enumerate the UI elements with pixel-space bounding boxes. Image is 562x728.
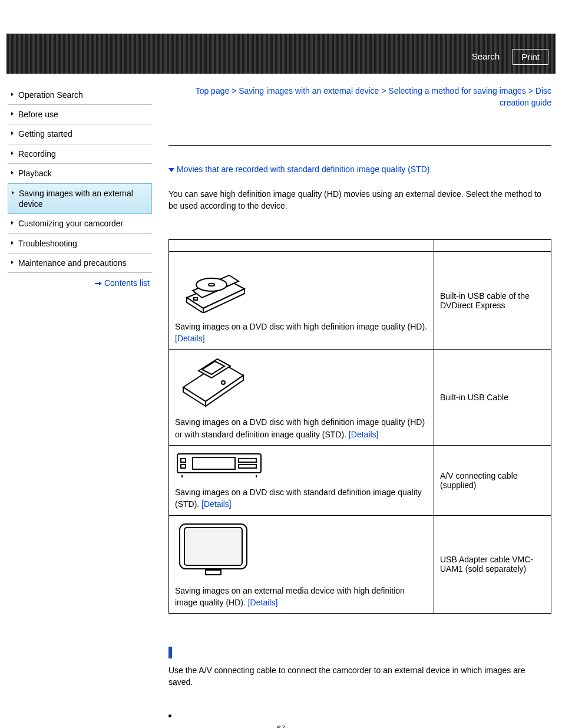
cable-cell: Built-in USB cable of the DVDirect Expre…: [434, 251, 551, 350]
page-number: 67: [0, 722, 562, 728]
svg-rect-15: [206, 570, 221, 575]
device-cell: Saving images on a DVD disc with standar…: [169, 445, 434, 515]
header-band: Search Print: [6, 34, 556, 74]
svg-rect-3: [194, 298, 197, 300]
device-illustration: [175, 450, 428, 480]
svg-rect-7: [181, 459, 186, 462]
jump-link-row: Movies that are recorded with standard d…: [168, 164, 551, 174]
search-button[interactable]: Search: [464, 49, 508, 65]
cable-cell: Built-in USB Cable: [434, 350, 551, 446]
svg-point-4: [222, 381, 225, 384]
sidebar-item[interactable]: Saving images with an external device: [8, 183, 152, 214]
breadcrumb: Top page > Saving images with an externa…: [168, 85, 551, 108]
svg-rect-14: [184, 528, 242, 565]
device-illustration: [175, 256, 428, 315]
sidebar-item[interactable]: Getting started: [8, 124, 152, 144]
sidebar-item[interactable]: Maintenance and precautions: [8, 253, 152, 273]
main-content: Top page > Saving images with an externa…: [168, 85, 551, 722]
intro-paragraph: You can save high definition image quali…: [168, 188, 551, 212]
separator: [168, 145, 551, 146]
svg-rect-10: [239, 465, 256, 468]
device-illustration: [175, 521, 428, 579]
device-cell: Saving images on a DVD disc with high de…: [169, 251, 434, 350]
sidebar-item[interactable]: Playback: [8, 164, 152, 183]
breadcrumb-link[interactable]: Selecting a method for saving images: [388, 86, 525, 95]
arrow-right-icon: [95, 278, 102, 288]
device-table: Saving images on a DVD disc with high de…: [168, 239, 551, 614]
std-paragraph: Use the A/V connecting cable to connect …: [168, 664, 551, 689]
sidebar-item[interactable]: Customizing your camcorder: [8, 214, 152, 233]
jump-link[interactable]: Movies that are recorded with standard d…: [177, 164, 430, 174]
svg-rect-6: [193, 457, 235, 469]
section-marker: [168, 647, 172, 658]
sidebar-item[interactable]: Before use: [8, 105, 152, 124]
svg-point-2: [209, 284, 214, 286]
device-description: Saving images on a DVD disc with high de…: [175, 416, 428, 440]
svg-rect-9: [239, 459, 256, 462]
details-link[interactable]: [Details]: [201, 499, 232, 509]
table-row: Saving images on a DVD disc with high de…: [169, 251, 551, 350]
breadcrumb-link[interactable]: Top page: [196, 86, 230, 95]
sidebar-item[interactable]: Troubleshooting: [8, 234, 152, 253]
details-link[interactable]: [Details]: [349, 430, 379, 439]
device-illustration: [175, 354, 428, 410]
bullet-item: [168, 712, 551, 722]
details-link[interactable]: [Details]: [175, 334, 205, 343]
table-row: Saving images on a DVD disc with standar…: [169, 445, 551, 515]
device-description: Saving images on an external media devic…: [175, 585, 428, 609]
breadcrumb-link[interactable]: Saving images with an external device: [239, 86, 379, 95]
svg-rect-8: [181, 465, 186, 468]
details-link[interactable]: [Details]: [248, 598, 278, 607]
svg-marker-0: [95, 282, 102, 285]
sidebar-item[interactable]: Recording: [8, 144, 152, 164]
device-cell: Saving images on an external media devic…: [169, 515, 434, 614]
device-description: Saving images on a DVD disc with standar…: [175, 486, 428, 510]
sidebar-nav: Operation SearchBefore useGetting starte…: [8, 85, 152, 722]
table-row: Saving images on an external media devic…: [169, 515, 551, 614]
contents-list-link[interactable]: Contents list: [104, 278, 150, 288]
cable-cell: USB Adapter cable VMC-UAM1 (sold separat…: [434, 515, 551, 614]
triangle-down-icon: [168, 168, 174, 172]
table-row: Saving images on a DVD disc with high de…: [169, 350, 551, 446]
device-description: Saving images on a DVD disc with high de…: [175, 321, 428, 345]
cable-cell: A/V connecting cable (supplied): [434, 445, 551, 515]
print-button[interactable]: Print: [513, 49, 548, 65]
device-cell: Saving images on a DVD disc with high de…: [169, 350, 434, 446]
sidebar-item[interactable]: Operation Search: [8, 85, 152, 105]
